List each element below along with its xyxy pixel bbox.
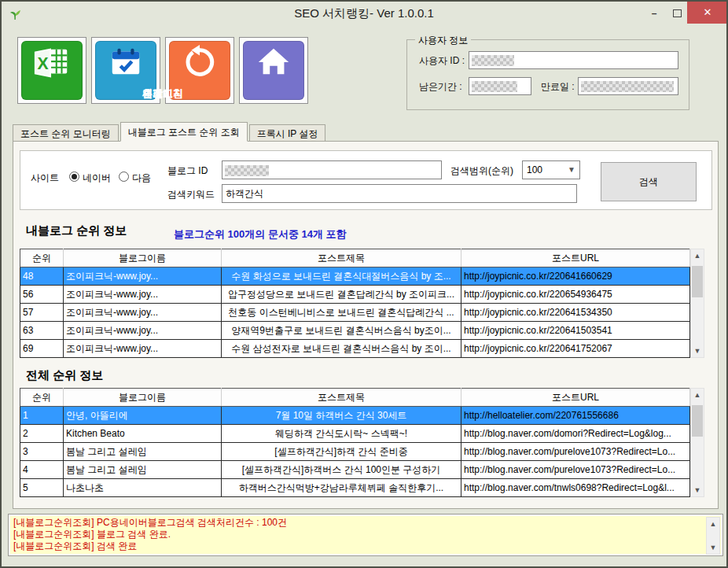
table-cell[interactable]: 나초나초 (64, 479, 222, 497)
home-icon (255, 44, 292, 80)
keyword-input[interactable]: 하객간식 (222, 184, 577, 203)
redacted-remaining (472, 81, 517, 92)
table-cell[interactable]: http://blog.naver.com/purelove1073?Redir… (461, 443, 690, 461)
redacted-blog-id (225, 165, 269, 176)
radio-naver[interactable] (69, 172, 79, 182)
table-cell[interactable]: 69 (20, 340, 64, 358)
column-header[interactable]: 순위 (20, 249, 64, 267)
table-cell[interactable]: 56 (20, 286, 64, 304)
tab-post-rank-monitoring[interactable]: 포스트 순위 모니터링 (13, 124, 119, 142)
table-cell[interactable]: 조이피크닉-www.joy... (64, 304, 222, 322)
my-blog-table-scrollbar[interactable]: ▲ ▼ (690, 249, 704, 358)
table-cell[interactable]: 48 (20, 267, 64, 286)
table-row[interactable]: 56조이피크닉-www.joy...압구정성당으로 보내드린 결혼답례간식 by… (20, 286, 690, 304)
table-row[interactable]: 4봄날 그리고 설레임[셀프하객간식]하객버스 간식 100인분 구성하기htt… (20, 461, 690, 479)
radio-naver-label[interactable]: 네이버 (83, 172, 111, 185)
all-rank-table-scrollbar[interactable]: ▲ ▼ (690, 388, 704, 497)
table-cell[interactable]: 조이피크닉-www.joy... (64, 340, 222, 358)
table-cell[interactable]: http://helloatelier.com/220761556686 (461, 407, 690, 425)
table-cell[interactable]: 1 (20, 407, 64, 425)
homepage-button[interactable]: 홈페이지 (239, 37, 308, 104)
radio-daum[interactable] (119, 172, 129, 182)
column-header[interactable]: 포스트제목 (222, 389, 461, 407)
table-cell[interactable]: 천호동 이스턴베니비스로 보내드린 결혼식답례간식 ... (222, 304, 461, 322)
table-cell[interactable]: 조이피크닉-www.joy... (64, 267, 222, 286)
table-cell[interactable]: 4 (20, 461, 64, 479)
expiry-input[interactable] (578, 77, 678, 95)
my-blog-rank-table: 순위블로그이름포스트제목포스트URL48조이피크닉-www.joy...수원 화… (20, 249, 690, 358)
maximize-button[interactable] (667, 2, 687, 24)
column-header[interactable]: 순위 (20, 389, 64, 407)
table-cell[interactable]: 웨딩하객 간식도시락~ 스넥팩~! (222, 425, 461, 443)
table-cell[interactable]: 5 (20, 479, 64, 497)
table-cell[interactable]: 하객버스간식먹방+강남라루체뷔페 솔직한후기... (222, 479, 461, 497)
close-button[interactable]: ✕ (687, 2, 728, 24)
table-cell[interactable]: 조이피크닉-www.joy... (64, 322, 222, 340)
log-scrollbar[interactable]: ▲ ▼ (706, 517, 720, 555)
table-cell[interactable]: http://joypicnic.co.kr/220641534350 (461, 304, 690, 322)
table-cell[interactable]: http://blog.naver.com/tnwls0698?Redirect… (461, 479, 690, 497)
table-cell[interactable]: 봄날 그리고 설레임 (64, 461, 222, 479)
table-cell[interactable]: http://joypicnic.co.kr/220641752067 (461, 340, 690, 358)
table-cell[interactable]: 2 (20, 425, 64, 443)
table-cell[interactable]: 봄날 그리고 설레임 (64, 443, 222, 461)
tab-my-blog-post-rank[interactable]: 내블로그 포스트 순위 조회 (120, 122, 248, 142)
remaining-label: 남은기간 : (419, 80, 462, 94)
table-cell[interactable]: 7월 10일 하객버스 간식 30세트 (222, 407, 461, 425)
scroll-down-icon[interactable]: ▼ (691, 484, 704, 496)
keyword-label: 검색키워드 (167, 188, 215, 201)
table-cell[interactable]: http://joypicnic.co.kr/220654936475 (461, 286, 690, 304)
table-row[interactable]: 1안녕, 아뜰리에7월 10일 하객버스 간식 30세트http://hello… (20, 407, 690, 425)
scroll-up-icon[interactable]: ▲ (691, 249, 704, 262)
scrollbar-thumb[interactable] (692, 266, 703, 297)
search-range-select[interactable]: 100 ▼ (522, 160, 580, 179)
table-cell[interactable]: 3 (20, 443, 64, 461)
table-cell[interactable]: 57 (20, 304, 64, 322)
table-row[interactable]: 5나초나초하객버스간식먹방+강남라루체뷔페 솔직한후기...http://blo… (20, 479, 690, 497)
remaining-input[interactable] (469, 77, 531, 95)
table-cell[interactable]: [셀프하객간식]하객 간식 준비중 (222, 443, 461, 461)
blog-id-input[interactable] (222, 160, 442, 179)
svg-text:X: X (37, 54, 48, 72)
scroll-up-icon[interactable]: ▲ (707, 518, 719, 530)
table-cell[interactable]: 조이피크닉-www.joy... (64, 286, 222, 304)
table-row[interactable]: 69조이피크닉-www.joy...수원 삼성전자로 보내드린 결혼식버스음식 … (20, 340, 690, 358)
table-cell[interactable]: http://blog.naver.com/domori?Redirect=Lo… (461, 425, 690, 443)
table-row[interactable]: 48조이피크닉-www.joy...수원 화성으로 보내드린 결혼식대절버스음식… (20, 267, 690, 286)
scroll-down-icon[interactable]: ▼ (691, 345, 704, 357)
table-row[interactable]: 3봄날 그리고 설레임[셀프하객간식]하객 간식 준비중http://blog.… (20, 443, 690, 461)
table-cell[interactable]: 수원 화성으로 보내드린 결혼식대절버스음식 by 조... (222, 267, 461, 286)
search-button[interactable]: 검색 (601, 162, 697, 201)
table-cell[interactable]: http://blog.naver.com/purelove1073?Redir… (461, 461, 690, 479)
table-cell[interactable]: 안녕, 아뜰리에 (64, 407, 222, 425)
search-range-label: 검색범위(순위) (450, 164, 513, 178)
user-id-input[interactable] (469, 51, 678, 69)
table-cell[interactable]: http://joypicnic.co.kr/220641660629 (461, 267, 690, 286)
redacted-expiry (581, 81, 674, 92)
table-cell[interactable]: 양재역9번출구로 보내드린 결혼식버스음식 by조이... (222, 322, 461, 340)
radio-daum-label[interactable]: 다음 (132, 172, 151, 185)
table-cell[interactable]: 수원 삼성전자로 보내드린 결혼식버스음식 by 조이... (222, 340, 461, 358)
search-form-panel: 사이트 네이버 다음 블로그 ID 검색범위(순위) 100 ▼ 검색키워드 하… (20, 150, 712, 210)
all-rank-table-wrap: 순위블로그이름포스트제목포스트URL1안녕, 아뜰리에7월 10일 하객버스 간… (20, 388, 704, 497)
search-range-value: 100 (527, 164, 542, 175)
tab-proxy-ip-settings[interactable]: 프록시 IP 설정 (249, 124, 326, 142)
table-cell[interactable]: [셀프하객간식]하객버스 간식 100인분 구성하기 (222, 461, 461, 479)
scroll-up-icon[interactable]: ▲ (691, 389, 704, 401)
table-row[interactable]: 57조이피크닉-www.joy...천호동 이스턴베니비스로 보내드린 결혼식답… (20, 304, 690, 322)
table-cell[interactable]: Kitchen Beato (64, 425, 222, 443)
table-cell[interactable]: 압구정성당으로 보내드린 결혼답례간식 by 조이피크... (222, 286, 461, 304)
blog-rank-summary: 블로그순위 100개의 문서중 14개 포함 (174, 227, 347, 242)
minimize-button[interactable]: – (643, 2, 665, 24)
column-header[interactable]: 포스트URL (461, 249, 690, 267)
column-header[interactable]: 포스트URL (461, 389, 690, 407)
scroll-down-icon[interactable]: ▼ (707, 541, 719, 554)
scrollbar-thumb[interactable] (692, 405, 703, 437)
table-row[interactable]: 63조이피크닉-www.joy...양재역9번출구로 보내드린 결혼식버스음식 … (20, 322, 690, 340)
table-cell[interactable]: http://joypicnic.co.kr/220641503541 (461, 322, 690, 340)
column-header[interactable]: 블로그이름 (64, 389, 222, 407)
column-header[interactable]: 포스트제목 (222, 249, 461, 267)
table-row[interactable]: 2Kitchen Beato웨딩하객 간식도시락~ 스넥팩~!http://bl… (20, 425, 690, 443)
column-header[interactable]: 블로그이름 (64, 249, 222, 267)
table-cell[interactable]: 63 (20, 322, 64, 340)
